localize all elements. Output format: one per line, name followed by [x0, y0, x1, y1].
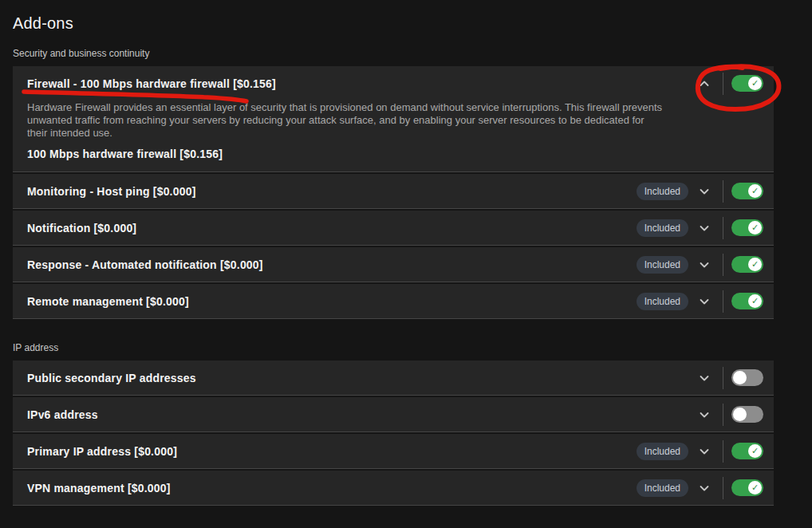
firewall-description: Hardware Firewall provides an essential …	[27, 101, 664, 140]
addon-card-remote-management: Remote management [$0.000] Included ✓	[13, 284, 774, 319]
chevron-down-icon[interactable]	[698, 408, 711, 421]
chevron-down-icon[interactable]	[698, 185, 711, 198]
chevron-down-icon[interactable]	[698, 295, 711, 308]
toggle-knob: ✓	[748, 77, 762, 90]
check-icon: ✓	[751, 447, 759, 455]
check-icon: ✓	[751, 223, 759, 232]
addon-card-monitoring: Monitoring - Host ping [$0.000] Included…	[13, 174, 774, 209]
toggle-monitoring[interactable]: ✓	[731, 183, 763, 199]
included-badge: Included	[637, 443, 688, 460]
addon-row-response[interactable]: Response - Automated notification [$0.00…	[13, 247, 774, 282]
divider	[723, 367, 723, 389]
check-icon: ✓	[751, 260, 759, 269]
addon-row-public-secondary-ip[interactable]: Public secondary IP addresses ✓	[13, 361, 774, 395]
addon-card-response: Response - Automated notification [$0.00…	[13, 247, 774, 282]
chevron-down-icon[interactable]	[698, 372, 711, 384]
toggle-public-secondary-ip[interactable]: ✓	[731, 369, 763, 386]
addon-title: Monitoring - Host ping [$0.000]	[27, 185, 196, 198]
firewall-selected-option: 100 Mbps hardware firewall [$0.156]	[27, 148, 759, 160]
addon-row-monitoring[interactable]: Monitoring - Host ping [$0.000] Included…	[13, 174, 774, 208]
check-icon: ✓	[751, 483, 759, 492]
included-badge: Included	[637, 183, 688, 200]
toggle-primary-ip[interactable]: ✓	[731, 443, 763, 459]
addon-title: Public secondary IP addresses	[27, 372, 196, 384]
toggle-knob: ✓	[748, 221, 762, 234]
addon-card-public-secondary-ip: Public secondary IP addresses ✓	[13, 361, 774, 396]
firewall-details: Hardware Firewall provides an essential …	[13, 101, 774, 171]
addon-card-ipv6: IPv6 address ✓	[13, 397, 774, 432]
addons-panel: Add-ons Security and business continuity…	[13, 0, 774, 506]
check-icon: ✓	[751, 79, 759, 88]
toggle-knob: ✓	[748, 294, 762, 308]
divider	[723, 404, 723, 426]
addon-title: Firewall - 100 Mbps hardware firewall [$…	[27, 77, 276, 90]
included-badge: Included	[637, 256, 688, 274]
addon-row-primary-ip[interactable]: Primary IP address [$0.000] Included ✓	[13, 434, 774, 468]
divider	[723, 217, 723, 239]
toggle-knob: ✓	[748, 481, 762, 495]
chevron-down-icon[interactable]	[698, 222, 711, 234]
toggle-knob: ✓	[733, 408, 747, 421]
divider	[723, 440, 723, 463]
included-badge: Included	[637, 479, 688, 497]
addon-row-notification[interactable]: Notification [$0.000] Included ✓	[13, 211, 774, 245]
toggle-knob: ✓	[748, 258, 762, 271]
addon-card-notification: Notification [$0.000] Included ✓	[13, 211, 774, 246]
addon-title: Response - Automated notification [$0.00…	[27, 258, 263, 271]
addon-card-firewall: Firewall - 100 Mbps hardware firewall [$…	[13, 66, 774, 172]
toggle-knob: ✓	[748, 184, 762, 198]
included-badge: Included	[637, 293, 688, 310]
included-badge: Included	[637, 219, 688, 237]
chevron-down-icon[interactable]	[698, 445, 711, 458]
divider	[723, 290, 723, 313]
divider	[723, 477, 723, 499]
toggle-remote-management[interactable]: ✓	[731, 293, 763, 309]
page-title: Add-ons	[13, 0, 774, 33]
section-label-ip-address: IP address	[13, 342, 774, 353]
divider	[723, 73, 723, 95]
addon-title: Primary IP address [$0.000]	[27, 445, 177, 458]
toggle-response[interactable]: ✓	[731, 256, 763, 273]
toggle-firewall[interactable]: ✓	[731, 75, 763, 92]
section-label-security: Security and business continuity	[13, 48, 774, 59]
toggle-vpn-management[interactable]: ✓	[731, 479, 763, 496]
addon-row-vpn-management[interactable]: VPN management [$0.000] Included ✓	[13, 471, 774, 505]
addon-title: IPv6 address	[27, 408, 98, 421]
toggle-ipv6[interactable]: ✓	[731, 406, 763, 423]
check-icon: ✓	[751, 297, 759, 305]
addon-title: Notification [$0.000]	[27, 222, 136, 234]
divider	[723, 180, 723, 203]
chevron-up-icon[interactable]	[698, 77, 711, 90]
divider	[723, 254, 723, 276]
check-icon: ✓	[751, 187, 759, 195]
toggle-notification[interactable]: ✓	[731, 219, 763, 236]
addon-row-ipv6[interactable]: IPv6 address ✓	[13, 397, 774, 431]
addon-card-vpn-management: VPN management [$0.000] Included ✓	[13, 471, 774, 506]
addon-row-remote-management[interactable]: Remote management [$0.000] Included ✓	[13, 284, 774, 318]
addon-title: VPN management [$0.000]	[27, 482, 171, 495]
chevron-down-icon[interactable]	[698, 258, 711, 271]
chevron-down-icon[interactable]	[698, 482, 711, 495]
addon-row-firewall[interactable]: Firewall - 100 Mbps hardware firewall [$…	[13, 66, 774, 100]
toggle-knob: ✓	[733, 371, 747, 384]
addon-title: Remote management [$0.000]	[27, 295, 189, 308]
addon-card-primary-ip: Primary IP address [$0.000] Included ✓	[13, 434, 774, 469]
toggle-knob: ✓	[748, 444, 762, 458]
